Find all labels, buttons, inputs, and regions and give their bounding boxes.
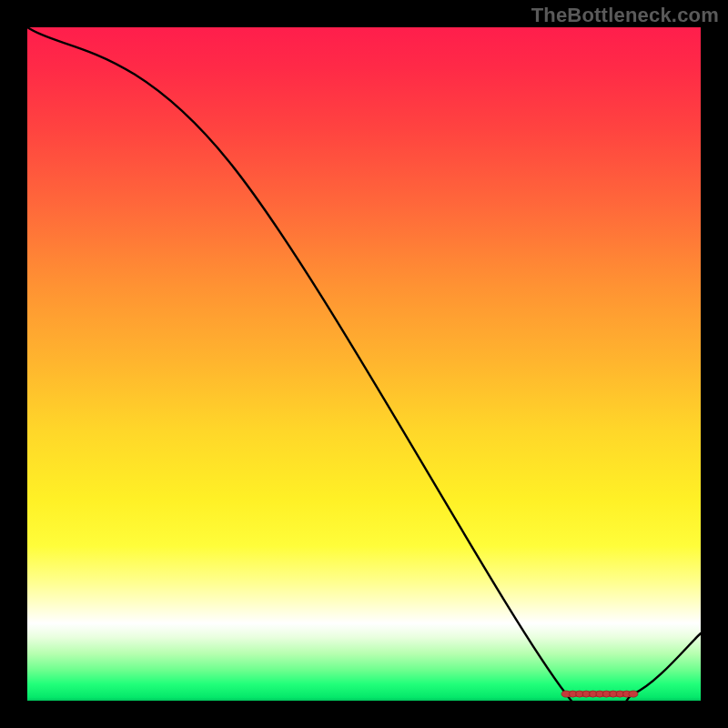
optimal-markers-group <box>561 691 638 697</box>
optimal-marker <box>576 691 583 697</box>
chart-stage: TheBottleneck.com <box>0 0 728 728</box>
optimal-marker <box>596 691 603 697</box>
optimal-marker <box>582 691 590 697</box>
optimal-marker <box>629 691 638 697</box>
optimal-marker <box>616 691 623 697</box>
plot-svg <box>27 27 701 701</box>
optimal-marker <box>610 691 617 697</box>
optimal-marker <box>602 691 610 697</box>
optimal-marker <box>590 691 597 697</box>
bottleneck-line <box>27 27 701 728</box>
optimal-marker <box>569 691 576 697</box>
plot-area <box>27 27 701 701</box>
bottleneck-curve-path <box>27 27 701 728</box>
attribution-text: TheBottleneck.com <box>531 4 719 27</box>
